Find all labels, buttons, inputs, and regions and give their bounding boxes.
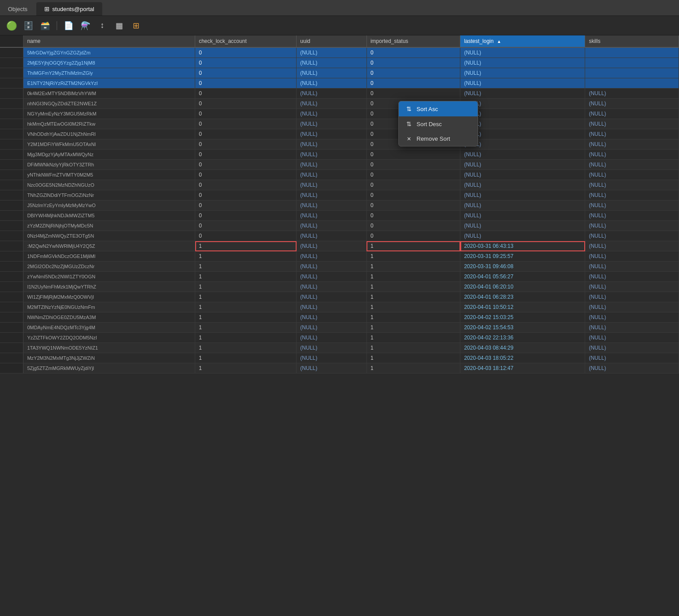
table-row: NGYyMmEyNzY3MGU5MzRkM0(NULL)0(NULL)(NULL… bbox=[0, 109, 679, 119]
tab-objects[interactable]: Objects bbox=[0, 2, 35, 15]
cell-uuid: (NULL) bbox=[297, 180, 367, 190]
cell-uuid: (NULL) bbox=[297, 302, 367, 312]
col-label-imported: imported_status bbox=[370, 38, 408, 44]
cell-uuid: (NULL) bbox=[297, 129, 367, 139]
row-number bbox=[0, 241, 23, 251]
sort-asc-menu-item[interactable]: ⇅ Sort Asc bbox=[399, 101, 478, 116]
delete-button[interactable]: 🗃️ bbox=[38, 19, 52, 32]
filter-button[interactable]: ⚗️ bbox=[78, 19, 93, 32]
tab-students[interactable]: ⊞ students@portal bbox=[36, 2, 102, 15]
cell-uuid: (NULL) bbox=[297, 363, 367, 373]
cell-imported-status: 1 bbox=[367, 262, 460, 272]
cell-name: Mjg3MDgzYjAyMTAxMWQyNz bbox=[23, 150, 195, 160]
row-number bbox=[0, 231, 23, 241]
col-header-skills[interactable]: skills bbox=[585, 35, 679, 47]
data-table: name check_lock_account uuid imported_st… bbox=[0, 35, 679, 373]
cell-skills bbox=[585, 68, 679, 78]
row-number bbox=[0, 211, 23, 221]
row-number bbox=[0, 251, 23, 262]
remove-sort-label: Remove Sort bbox=[417, 135, 450, 142]
cell-imported-status: 0 bbox=[367, 170, 460, 180]
remove-sort-menu-item[interactable]: ✕ Remove Sort bbox=[399, 131, 478, 146]
cell-name: DBlYWI4MjhkNDJkMWZiZTM5 bbox=[23, 211, 195, 221]
row-number bbox=[0, 89, 23, 99]
add-row-button[interactable]: 🟢 bbox=[4, 19, 19, 32]
cell-check-lock: 1 bbox=[195, 343, 297, 353]
cell-skills: (NULL) bbox=[585, 282, 679, 292]
cell-imported-status: 1 bbox=[367, 312, 460, 323]
cell-uuid: (NULL) bbox=[297, 312, 367, 323]
col-label-latest-login: lastest_login bbox=[464, 38, 494, 44]
sep1 bbox=[57, 21, 57, 30]
table-row: 2MjE5YjhjOGQ5Yzg2Zjg1NjM80(NULL)0(NULL) bbox=[0, 58, 679, 68]
sort-context-menu: ⇅ Sort Asc ⇅ Sort Desc ✕ Remove Sort bbox=[398, 101, 478, 146]
sort-desc-menu-item[interactable]: ⇅ Sort Desc bbox=[399, 116, 478, 131]
sort-button[interactable]: ↕️ bbox=[95, 19, 109, 32]
cell-latest-login: (NULL) bbox=[460, 58, 585, 68]
delete-icon: 🗃️ bbox=[40, 21, 50, 31]
cell-check-lock: 0 bbox=[195, 109, 297, 119]
cell-latest-login: 2020-04-01 06:28:23 bbox=[460, 292, 585, 302]
sort-icon: ↕️ bbox=[100, 21, 104, 30]
duplicate-button[interactable]: 🗄️ bbox=[21, 19, 35, 32]
duplicate-icon: 🗄️ bbox=[23, 21, 33, 31]
cell-latest-login: (NULL) bbox=[460, 231, 585, 241]
remove-sort-icon: ✕ bbox=[405, 136, 413, 142]
cell-check-lock: 0 bbox=[195, 89, 297, 99]
grid1-button[interactable]: ▦ bbox=[112, 19, 126, 32]
row-number bbox=[0, 353, 23, 363]
cell-skills bbox=[585, 47, 679, 58]
row-number bbox=[0, 312, 23, 323]
table-body: 5MrGDwYjgZGYnGZGZjdZm0(NULL)0(NULL)2MjE5… bbox=[0, 47, 679, 373]
cell-name: J5NzlmYzEyYmlyMzMyMzYwO bbox=[23, 200, 195, 211]
cell-uuid: (NULL) bbox=[297, 58, 367, 68]
cell-imported-status: 0 bbox=[367, 190, 460, 200]
row-number bbox=[0, 47, 23, 58]
cell-name: WI1ZjFlMjRjM2MxMzQ0OWVjI bbox=[23, 292, 195, 302]
tab-bar: Objects ⊞ students@portal bbox=[0, 0, 679, 16]
export-button[interactable]: 📄 bbox=[62, 19, 76, 32]
cell-uuid: (NULL) bbox=[297, 343, 367, 353]
row-number bbox=[0, 58, 23, 68]
cell-check-lock: 0 bbox=[195, 139, 297, 150]
cell-imported-status: 1 bbox=[367, 302, 460, 312]
cell-imported-status: 1 bbox=[367, 333, 460, 343]
cell-imported-status: 0 bbox=[367, 231, 460, 241]
cell-name: :M2QwN2YwNWRlMjU4Y2Q5Z bbox=[23, 241, 195, 251]
table-row: TNhZGZlNDdiYTFmOGZiNzNr0(NULL)0(NULL)(NU… bbox=[0, 190, 679, 200]
cell-skills: (NULL) bbox=[585, 262, 679, 272]
grid2-icon: ⊞ bbox=[133, 21, 139, 31]
cell-name: 5MrGDwYjgZGYnGZGZjdZm bbox=[23, 47, 195, 58]
cell-check-lock: 0 bbox=[195, 119, 297, 129]
cell-imported-status: 0 bbox=[367, 47, 460, 58]
cell-imported-status: 1 bbox=[367, 251, 460, 262]
objects-tab-label: Objects bbox=[8, 6, 27, 12]
cell-name: E1NTY2NjRiYzRiZTM2NGVkYzI bbox=[23, 78, 195, 89]
table-row: nhNGI3NGQyZDdiZTE2NWE1Z0(NULL)0(NULL)(NU… bbox=[0, 99, 679, 109]
cell-uuid: (NULL) bbox=[297, 200, 367, 211]
row-number bbox=[0, 99, 23, 109]
col-header-check-lock[interactable]: check_lock_account bbox=[195, 35, 297, 47]
table-row: 5Zjg5ZTZmMGRkMWUyZjdiYjl1(NULL)12020-04-… bbox=[0, 363, 679, 373]
row-number bbox=[0, 323, 23, 333]
cell-latest-login: (NULL) bbox=[460, 129, 585, 139]
row-number bbox=[0, 129, 23, 139]
cell-skills: (NULL) bbox=[585, 119, 679, 129]
cell-check-lock: 1 bbox=[195, 272, 297, 282]
table-row: NWNmZDhiOGE0ZDU5MzA3M1(NULL)12020-04-02 … bbox=[0, 312, 679, 323]
grid2-button[interactable]: ⊞ bbox=[129, 19, 143, 32]
cell-uuid: (NULL) bbox=[297, 190, 367, 200]
cell-name: zYzM2ZlNjRiNjhjOTMyMDc5N bbox=[23, 221, 195, 231]
col-header-uuid[interactable]: uuid bbox=[297, 35, 367, 47]
cell-imported-status: 0 bbox=[367, 221, 460, 231]
cell-latest-login: (NULL) bbox=[460, 180, 585, 190]
filter-icon: ⚗️ bbox=[81, 21, 90, 31]
col-header-name[interactable]: name bbox=[23, 35, 195, 47]
cell-check-lock: 0 bbox=[195, 47, 297, 58]
cell-check-lock: 1 bbox=[195, 323, 297, 333]
cell-skills: (NULL) bbox=[585, 272, 679, 282]
col-header-latest-login[interactable]: lastest_login ▲ bbox=[460, 35, 585, 47]
col-header-imported[interactable]: imported_status bbox=[367, 35, 460, 47]
cell-check-lock: 0 bbox=[195, 150, 297, 160]
cell-skills: (NULL) bbox=[585, 353, 679, 363]
